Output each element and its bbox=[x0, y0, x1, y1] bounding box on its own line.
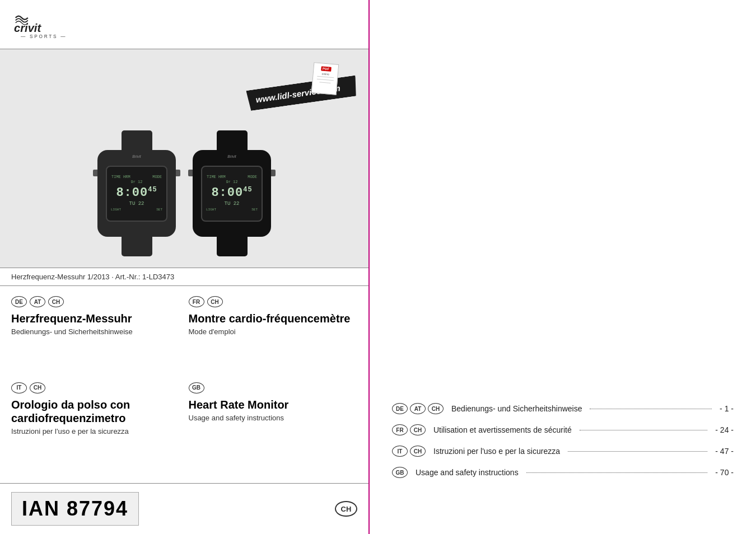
watch-2-screen: TIME HRM MODE 9r 12 8:0045 TU 22 LIGHTSE… bbox=[201, 166, 263, 222]
toc-fr-dots bbox=[580, 430, 708, 430]
url-text: www.lidl-service.com bbox=[246, 75, 358, 111]
left-panel: crivit — SPORTS — TIME HRM bbox=[0, 0, 370, 534]
toc-it-text: Istruzioni per l'uso e per la sicurezza bbox=[433, 447, 560, 456]
de-badges: DE AT CH bbox=[11, 296, 180, 307]
product-image-area: TIME HRM MODE 9r 12 8:0045 TU 22 LIGHTSE… bbox=[0, 49, 368, 268]
ch-badge-it: CH bbox=[30, 382, 45, 394]
toc-fr-text: Utilisation et avertissements de sécurit… bbox=[433, 425, 572, 434]
watch-1-btn-right bbox=[176, 170, 180, 176]
toc-de-dots bbox=[590, 409, 712, 409]
toc-item-it: IT CH Istruzioni per l'uso e per la sicu… bbox=[392, 446, 734, 457]
it-badge: IT bbox=[11, 382, 27, 394]
gb-badge: GB bbox=[189, 382, 204, 394]
toc-item-gb: GB Usage and safety instructions - 70 - bbox=[392, 467, 734, 478]
svg-text:crivit: crivit bbox=[14, 22, 41, 34]
toc-gb-badge: GB bbox=[392, 467, 408, 478]
watch-2-strap-top bbox=[217, 130, 248, 150]
watch-1: TIME HRM MODE 9r 12 8:0045 TU 22 LIGHTSE… bbox=[97, 130, 176, 256]
gb-subtitle: Usage and safety instructions bbox=[189, 414, 358, 422]
fr-badges: FR CH bbox=[189, 296, 358, 307]
svg-text:— SPORTS —: — SPORTS — bbox=[21, 34, 67, 39]
at-badge: AT bbox=[30, 296, 45, 307]
toc-ch-badge-de: CH bbox=[428, 403, 444, 414]
bottom-bar: IAN 87794 CH bbox=[0, 483, 368, 534]
toc-gb-text: Usage and safety instructions bbox=[416, 468, 519, 477]
toc-item-de: DE AT CH Bedienungs- und Sicherheitshinw… bbox=[392, 403, 734, 414]
table-of-contents: DE AT CH Bedienungs- und Sicherheitshinw… bbox=[392, 403, 734, 478]
ch-badge-fr: CH bbox=[207, 296, 223, 307]
gb-title: Heart Rate Monitor bbox=[189, 398, 358, 411]
de-section: DE AT CH Herzfrequenz-Messuhr Bedienungs… bbox=[11, 296, 180, 374]
toc-gb-page: - 70 - bbox=[715, 468, 734, 477]
toc-fr-page: - 24 - bbox=[715, 425, 734, 434]
fr-section: FR CH Montre cardio-fréquencemètre Mode … bbox=[189, 296, 358, 374]
watch-1-display: TIME HRM MODE 9r 12 8:0045 TU 22 LIGHTSE… bbox=[109, 175, 164, 212]
watch-2-brand-label: Brivit bbox=[227, 154, 236, 158]
toc-item-fr: FR CH Utilisation et avertissements de s… bbox=[392, 424, 734, 435]
it-title: Orologio da polso con cardiofrequenzimet… bbox=[11, 398, 180, 425]
watch-2: TIME HRM MODE 9r 12 8:0045 TU 22 LIGHTSE… bbox=[193, 130, 271, 256]
toc-de-badges: DE AT CH bbox=[392, 403, 444, 414]
toc-it-page: - 47 - bbox=[715, 447, 734, 456]
toc-fr-badges: FR CH bbox=[392, 424, 426, 435]
pdf-doc-icon: PDF online bbox=[311, 62, 339, 95]
fr-title: Montre cardio-fréquencemètre bbox=[189, 312, 358, 325]
ian-number: IAN 87794 bbox=[11, 492, 139, 526]
fr-subtitle: Mode d'emploi bbox=[189, 327, 358, 336]
online-label: online bbox=[321, 72, 329, 76]
toc-it-badges: IT CH bbox=[392, 446, 426, 457]
toc-ch-badge-it: CH bbox=[410, 446, 426, 457]
gb-badges: GB bbox=[189, 382, 358, 394]
toc-de-text: Bedienungs- und Sicherheitshinweise bbox=[451, 404, 582, 413]
watch-1-brand-label: Brivit bbox=[132, 154, 141, 158]
de-badge: DE bbox=[11, 296, 27, 307]
it-badges: IT CH bbox=[11, 382, 180, 394]
toc-de-badge: DE bbox=[392, 403, 408, 414]
watch-2-display: TIME HRM MODE 9r 12 8:0045 TU 22 LIGHTSE… bbox=[204, 175, 259, 212]
de-title: Herzfrequenz-Messuhr bbox=[11, 312, 180, 325]
watch-1-btn-left bbox=[93, 170, 97, 176]
watch-1-body: TIME HRM MODE 9r 12 8:0045 TU 22 LIGHTSE… bbox=[97, 150, 176, 237]
pdf-label: PDF bbox=[321, 66, 332, 72]
toc-fr-badge: FR bbox=[392, 424, 408, 435]
ch-badge-de: CH bbox=[48, 296, 64, 307]
toc-ch-badge-fr: CH bbox=[410, 424, 426, 435]
toc-it-badge: IT bbox=[392, 446, 408, 457]
toc-at-badge: AT bbox=[410, 403, 426, 414]
watch-1-strap-top bbox=[122, 130, 152, 150]
product-info-text: Herzfrequenz-Messuhr 1/2013 · Art.-Nr.: … bbox=[11, 273, 174, 281]
it-section: IT CH Orologio da polso con cardiofreque… bbox=[11, 382, 180, 474]
url-banner-wrapper: PDF online www.lidl-service.com bbox=[247, 66, 357, 104]
watch-2-btn-left bbox=[188, 170, 193, 176]
fr-badge: FR bbox=[189, 296, 204, 307]
doc-line-3 bbox=[319, 82, 330, 83]
toc-gb-dots bbox=[526, 472, 708, 473]
doc-line-1 bbox=[317, 76, 334, 78]
it-subtitle: Istruzioni per l'uso e per la sicurezza bbox=[11, 427, 180, 435]
doc-line-2 bbox=[316, 79, 333, 81]
watch-1-screen: TIME HRM MODE 9r 12 8:0045 TU 22 LIGHTSE… bbox=[106, 166, 167, 222]
watch-2-strap-bottom bbox=[217, 237, 248, 256]
toc-de-page: - 1 - bbox=[720, 404, 734, 413]
crivit-logo: crivit — SPORTS — bbox=[11, 10, 78, 43]
content-area: DE AT CH Herzfrequenz-Messuhr Bedienungs… bbox=[0, 286, 368, 483]
logo-area: crivit — SPORTS — bbox=[0, 0, 368, 49]
gb-section: GB Heart Rate Monitor Usage and safety i… bbox=[189, 382, 358, 474]
product-info-bar: Herzfrequenz-Messuhr 1/2013 · Art.-Nr.: … bbox=[0, 268, 368, 286]
right-panel: DE AT CH Bedienungs- und Sicherheitshinw… bbox=[370, 0, 756, 534]
toc-it-dots bbox=[568, 451, 707, 452]
watch-2-btn-right bbox=[271, 170, 276, 176]
ch-badge-bottom: CH bbox=[335, 501, 357, 517]
watch-1-strap-bottom bbox=[122, 237, 152, 256]
toc-gb-badges: GB bbox=[392, 467, 408, 478]
watches-container: TIME HRM MODE 9r 12 8:0045 TU 22 LIGHTSE… bbox=[0, 49, 368, 268]
de-subtitle: Bedienungs- und Sicherheitshinweise bbox=[11, 327, 180, 336]
watch-2-body: TIME HRM MODE 9r 12 8:0045 TU 22 LIGHTSE… bbox=[193, 150, 271, 237]
